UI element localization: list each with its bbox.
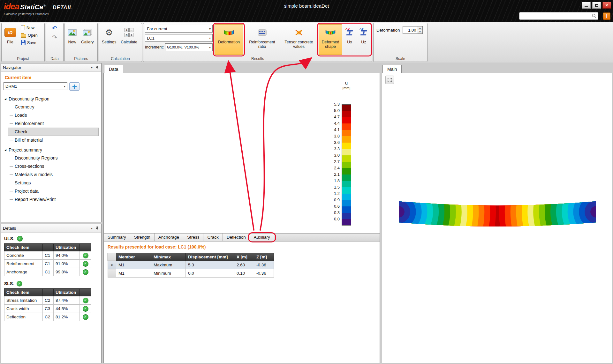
result-tab-summary[interactable]: Summary (104, 234, 130, 241)
details-section-sls: SLS:✓Check itemUtilizationStress limitat… (4, 281, 99, 321)
result-tab-anchorage[interactable]: Anchorage (155, 234, 183, 241)
tensor-concrete-values-button[interactable]: Tensor concrete values (281, 24, 317, 55)
deformed-shape-group: Deformed shape δx Ux δz (319, 24, 370, 55)
tree-node-project-summary[interactable]: ◢Project summary (4, 146, 99, 154)
results-table-row[interactable]: M1Minimum0.00.10-0.36 (108, 269, 274, 278)
tree-node-report-preview-print[interactable]: Report Preview/Print (8, 195, 99, 204)
status-ok-icon: ✓ (17, 236, 23, 241)
spin-up-icon[interactable]: ▲ (418, 26, 422, 30)
tree-expander-icon[interactable]: ◢ (4, 98, 6, 100)
results-table-row[interactable]: >M1Maximum5.32.60-0.36 (108, 261, 274, 269)
spin-down-icon[interactable]: ▼ (418, 30, 422, 34)
legend-tick-label: 4.4 (327, 121, 340, 126)
redo-button[interactable]: ↷ (50, 33, 59, 41)
calculate-button[interactable]: +−×+ Calculate (119, 24, 139, 55)
tree-line-tick (10, 132, 13, 132)
expand-view-button[interactable] (385, 76, 394, 84)
ribbon-group-calculation: ⚙ Settings +−×+ Calculate Calculation (99, 23, 142, 62)
tree-node-discontinuity-regions[interactable]: Discontinuity Regions (8, 154, 99, 162)
gallery-button[interactable]: Gallery (80, 24, 95, 55)
ux-button[interactable]: δx Ux (343, 24, 356, 55)
tree-node-label: Materials & models (15, 172, 53, 177)
pin-icon[interactable] (95, 65, 99, 70)
tree-node-label: Settings (15, 180, 31, 185)
result-tab-deflection[interactable]: Deflection (223, 234, 250, 241)
increment-combobox[interactable]: G100.0%, V100.0%▾ (165, 43, 213, 51)
legend-tick-label: 3.8 (327, 134, 340, 139)
result-area: Results presented for load case: LC1 (10… (104, 241, 380, 363)
load-case-combobox[interactable]: LC1▾ (145, 34, 213, 42)
tree-node-check[interactable]: Check (8, 128, 99, 136)
result-tab-stress[interactable]: Stress (183, 234, 203, 241)
titlebar: idea StatiCa® DETAIL Calculate yesterday… (0, 0, 613, 22)
tree-node-settings[interactable]: Settings (8, 179, 99, 187)
uz-button[interactable]: δz Uz (357, 24, 370, 55)
close-button[interactable]: ✕ (602, 2, 611, 9)
pin-icon[interactable] (95, 226, 99, 230)
tree-node-geometry[interactable]: Geometry (8, 103, 99, 111)
legend-color-band (342, 123, 351, 130)
tree-node-label: Bill of material (15, 137, 43, 143)
result-tab-auxiliary[interactable]: Auxiliary (250, 234, 274, 241)
tree-node-bill-of-material[interactable]: Bill of material (8, 136, 99, 144)
result-scope-combobox[interactable]: For current▾ (145, 25, 213, 33)
tree-expander-icon[interactable]: ◢ (4, 149, 6, 152)
search-input[interactable] (519, 12, 598, 20)
maximize-button[interactable] (592, 2, 601, 9)
open-button[interactable]: Open (19, 32, 39, 39)
check-table-row[interactable]: ConcreteC194.0%✓ (4, 251, 91, 260)
tree-node-materials-models[interactable]: Materials & models (8, 170, 99, 179)
calculate-icon: +−×+ (125, 28, 133, 37)
tab-main[interactable]: Main (382, 65, 402, 73)
navigator-dropdown-icon[interactable]: ▾ (91, 66, 93, 69)
result-tab-strength[interactable]: Strength (130, 234, 155, 241)
deformation-button[interactable]: Deformation (215, 24, 243, 55)
tree-node-cross-sections[interactable]: Cross-sections (8, 162, 99, 170)
navigator-title: Navigator (3, 65, 21, 70)
tree-node-loads[interactable]: Loads (8, 111, 99, 119)
legend-tick-label: 5.0 (327, 108, 340, 113)
legend-color-band (342, 136, 351, 143)
limit-state-label: SLS: (4, 281, 14, 286)
legend-tick-label: 2.7 (327, 159, 340, 164)
info-button[interactable]: i (603, 12, 610, 20)
new-project-button[interactable]: New (19, 24, 39, 31)
check-table-row[interactable]: Stress limitationC287.4%✓ (4, 296, 91, 305)
tree-node-label: Cross-sections (15, 164, 44, 169)
tree-node-discontinuity-region[interactable]: ◢Discontinuity Region (4, 95, 99, 103)
check-table-row[interactable]: AnchorageC199.8%✓ (4, 268, 91, 276)
deformation-scale-input[interactable] (403, 26, 418, 33)
tree-line-tick (10, 115, 13, 115)
check-table-row[interactable]: DeflectionC281.2%✓ (4, 313, 91, 321)
increment-label: Increment: (145, 45, 164, 49)
tab-data[interactable]: Data (104, 65, 123, 73)
legend-tick-label: 1.8 (327, 178, 340, 183)
data-panel: u [mm] 5.35.04.74.44.13.83.63.33.02.72.4… (103, 73, 380, 363)
check-table-header: Utilization (54, 289, 80, 296)
legend-color-band (342, 187, 351, 194)
tree-node-reinforcement[interactable]: Reinforcement (8, 119, 99, 128)
add-item-button[interactable] (69, 82, 79, 91)
settings-button[interactable]: ⚙ Settings (101, 24, 117, 55)
minimize-button[interactable] (582, 2, 591, 9)
check-ok-icon: ✓ (83, 306, 88, 312)
picture-new-button[interactable]: New (66, 24, 78, 55)
ribbon-group-results: For current▾ LC1▾ Increment: G100.0%, V1… (143, 23, 372, 62)
calc-cell-icon: + (129, 33, 133, 37)
file-button[interactable]: ID File (3, 24, 17, 55)
results-column-header (108, 253, 116, 261)
deformed-shape-button[interactable]: Deformed shape (319, 24, 342, 55)
legend-color-band (342, 143, 351, 149)
result-tab-crack[interactable]: Crack (203, 234, 223, 241)
current-item-combobox[interactable]: DRM1 ▾ (4, 82, 67, 90)
legend-color-band (342, 162, 351, 168)
undo-button[interactable]: ↶ (50, 24, 59, 32)
reinforcement-ratio-button[interactable]: Reinforcement ratio (245, 24, 279, 55)
check-table-row[interactable]: Crack widthC344.5%✓ (4, 305, 91, 313)
group-label-calculation: Calculation (99, 56, 142, 62)
check-table-row[interactable]: ReinforcementC191.0%✓ (4, 260, 91, 268)
tree-node-project-data[interactable]: Project data (8, 187, 99, 195)
save-button[interactable]: Save (19, 39, 39, 46)
legend-color-band (342, 130, 351, 136)
details-dropdown-icon[interactable]: ▾ (91, 227, 93, 230)
